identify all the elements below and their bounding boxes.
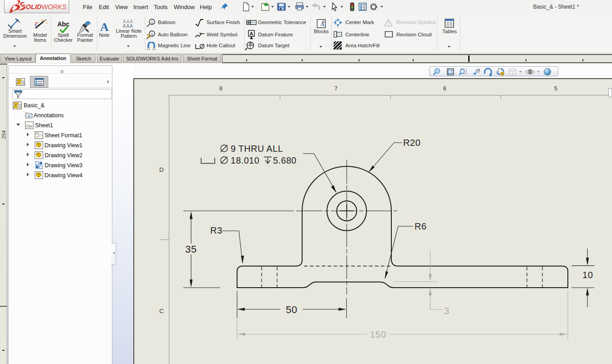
- svg-text:1: 1: [151, 32, 153, 36]
- svg-text:R20: R20: [403, 138, 421, 148]
- svg-text:R6: R6: [415, 221, 427, 231]
- svg-text:3: 3: [444, 306, 450, 316]
- svg-text:A: A: [27, 114, 30, 119]
- svg-text:18.010: 18.010: [231, 155, 259, 165]
- svg-text:5.680: 5.680: [273, 155, 297, 165]
- svg-text:150: 150: [370, 329, 386, 339]
- svg-text:35: 35: [185, 244, 197, 255]
- svg-text:10: 10: [582, 270, 593, 280]
- svg-text:R3: R3: [210, 225, 223, 235]
- svg-text:A: A: [250, 31, 253, 36]
- svg-text:A1: A1: [249, 42, 253, 45]
- svg-text:9 THRU ALL: 9 THRU ALL: [231, 144, 283, 154]
- svg-text:1: 1: [151, 20, 153, 25]
- svg-text:50: 50: [286, 304, 298, 315]
